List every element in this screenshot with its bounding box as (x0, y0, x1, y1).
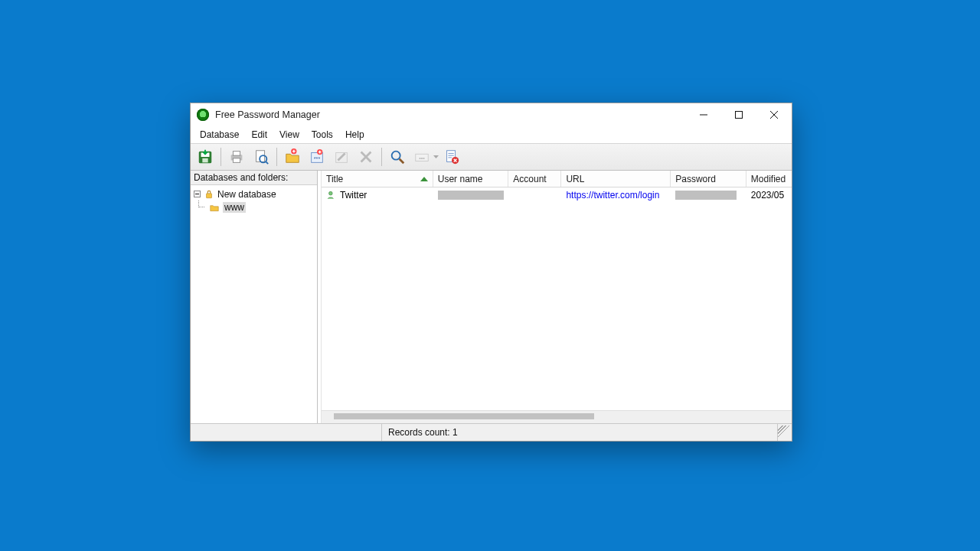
menu-database[interactable]: Database (194, 128, 245, 142)
new-folder-button[interactable] (281, 145, 304, 168)
scrollbar-thumb[interactable] (334, 413, 594, 419)
menubar: Database Edit View Tools Help (191, 126, 792, 143)
svg-point-21 (329, 191, 333, 195)
floppy-save-icon (197, 148, 214, 165)
new-record-button[interactable]: *** (305, 145, 328, 168)
masked-password (675, 191, 737, 200)
page-magnifier-icon (253, 148, 270, 165)
database-lock-icon (204, 189, 214, 200)
window-title: Free Password Manager (215, 109, 320, 120)
entry-password-cell (671, 191, 746, 200)
copy-password-dropdown[interactable] (433, 155, 439, 160)
close-button[interactable] (756, 103, 792, 126)
svg-rect-0 (736, 112, 743, 119)
menu-tools[interactable]: Tools (305, 128, 339, 142)
sort-ascending-icon (420, 177, 428, 181)
column-modified[interactable]: Modified (746, 171, 792, 187)
status-pane-left (191, 424, 382, 441)
resize-grip-icon[interactable] (778, 425, 790, 438)
svg-rect-5 (233, 152, 240, 156)
folder-icon (209, 202, 220, 213)
menu-help[interactable]: Help (339, 128, 371, 142)
print-button[interactable] (225, 145, 248, 168)
svg-rect-3 (202, 158, 207, 163)
remove-from-clipboard-button[interactable] (440, 145, 463, 168)
entries-panel: Title User name Account URL Password Mod… (321, 171, 792, 423)
tree-collapse-icon[interactable] (194, 191, 201, 197)
entry-modified-cell: 2023/05 (746, 190, 792, 201)
tree-folder-www[interactable]: www (192, 201, 315, 214)
titlebar: Free Password Manager (191, 103, 792, 126)
edit-record-button[interactable] (330, 145, 353, 168)
entries-body[interactable]: Twitter https://twitter.com/login 2023/0… (322, 187, 792, 410)
page-delete-icon (443, 148, 460, 165)
search-button[interactable] (386, 145, 409, 168)
statusbar: Records count: 1 (191, 423, 792, 441)
toolbar-separator (276, 148, 277, 166)
tree-root-database[interactable]: New database (192, 187, 315, 201)
main-body: Databases and folders: New database (191, 171, 792, 423)
svg-point-14 (392, 152, 400, 160)
entry-row[interactable]: Twitter https://twitter.com/login 2023/0… (322, 187, 792, 202)
svg-text:•••: ••• (419, 155, 425, 161)
entry-title-cell: Twitter (322, 190, 433, 201)
toolbar: *** (191, 143, 792, 171)
printer-icon (228, 148, 245, 165)
column-title[interactable]: Title (322, 171, 433, 187)
menu-view[interactable]: View (273, 128, 305, 142)
column-url[interactable]: URL (561, 171, 671, 187)
status-records: Records count: 1 (382, 424, 778, 441)
tree-folder-label: www (223, 202, 246, 213)
column-account[interactable]: Account (508, 171, 561, 187)
folder-new-icon (284, 148, 301, 165)
entries-header: Title User name Account URL Password Mod… (322, 171, 792, 187)
minimize-button[interactable] (686, 103, 721, 126)
record-new-icon: *** (309, 148, 325, 165)
svg-rect-20 (207, 193, 212, 197)
user-key-icon (326, 190, 337, 201)
pencil-icon (333, 148, 350, 165)
entry-title: Twitter (340, 190, 367, 201)
save-database-button[interactable] (194, 145, 217, 168)
tree-root-label: New database (217, 189, 276, 200)
maximize-button[interactable] (721, 103, 756, 126)
magnifier-icon (389, 148, 406, 165)
tree-connector (194, 201, 206, 214)
sidebar: Databases and folders: New database (191, 171, 318, 423)
print-preview-button[interactable] (250, 145, 273, 168)
delete-record-button[interactable] (354, 145, 377, 168)
entry-url[interactable]: https://twitter.com/login (566, 190, 659, 201)
window-controls (686, 103, 792, 126)
app-icon (197, 109, 209, 121)
horizontal-scrollbar[interactable] (322, 410, 792, 423)
app-window: Free Password Manager Database Edit View… (190, 103, 792, 442)
masked-username (438, 191, 505, 200)
toolbar-separator (220, 148, 221, 166)
entry-modified: 2023/05 (751, 190, 784, 201)
column-user-name[interactable]: User name (433, 171, 509, 187)
folder-tree[interactable]: New database www (191, 185, 317, 423)
entry-url-cell: https://twitter.com/login (561, 190, 671, 201)
column-title-label: Title (326, 174, 343, 184)
status-records-label: Records count: 1 (388, 427, 458, 438)
svg-text:***: *** (314, 155, 321, 162)
svg-rect-6 (233, 158, 240, 163)
copy-password-button[interactable]: ••• (410, 145, 433, 168)
sidebar-header: Databases and folders: (191, 171, 317, 185)
entry-user-cell (433, 191, 509, 200)
column-password[interactable]: Password (671, 171, 746, 187)
menu-edit[interactable]: Edit (245, 128, 273, 142)
delete-x-icon (358, 148, 374, 165)
toolbar-separator (381, 148, 382, 166)
password-field-icon: ••• (413, 148, 430, 165)
